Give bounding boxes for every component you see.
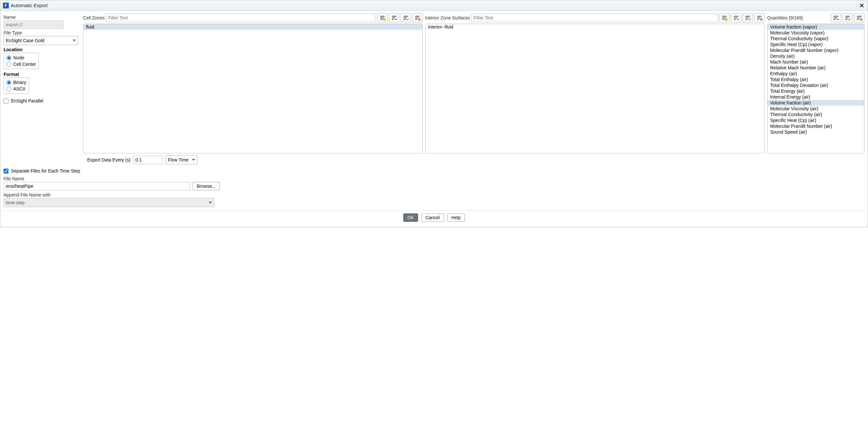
app-icon: F: [3, 3, 9, 8]
filter-lines-chevron-icon: [733, 15, 739, 21]
cancel-button[interactable]: Cancel: [421, 213, 444, 222]
quantities-deselect-all-button[interactable]: [854, 13, 864, 22]
list-item[interactable]: Mach Number (air): [768, 59, 864, 65]
append-value: time-step: [6, 200, 25, 205]
chevron-down-icon: [72, 39, 76, 41]
list-item[interactable]: Molecular Viscosity (air): [768, 106, 864, 112]
cellzones-deselect-all-button[interactable]: [412, 13, 423, 22]
interior-zones-label: Interior Zone Surfaces: [425, 15, 470, 21]
cell-zones-column: Cell Zones: [83, 13, 423, 153]
location-node-radio[interactable]: Node: [6, 55, 36, 61]
format-group: Binary ASCII: [4, 78, 29, 94]
cellzones-dropdown-button[interactable]: [389, 13, 399, 22]
name-label: Name: [4, 14, 80, 20]
browse-button[interactable]: Browse...: [192, 182, 220, 190]
help-button[interactable]: Help: [447, 213, 465, 222]
interior-deselect-all-button[interactable]: [754, 13, 765, 22]
filter-lines-x-icon: [414, 15, 421, 21]
list-item[interactable]: Molecular Prandtl Number (air): [768, 123, 864, 129]
interior-dropdown-button[interactable]: [731, 13, 741, 22]
export-every-unit-value: Flow Time: [168, 157, 189, 163]
list-item[interactable]: Enthalpy (air): [768, 71, 864, 77]
separator: [4, 210, 864, 211]
cellzones-select-all-button[interactable]: [401, 13, 411, 22]
interior-select-all-button[interactable]: [743, 13, 753, 22]
svg-point-5: [383, 19, 385, 21]
list-item[interactable]: Internal Energy (air): [768, 94, 864, 100]
format-label: Format: [4, 72, 80, 77]
filter-lines-check-icon: [403, 15, 409, 21]
list-item[interactable]: Specific Heat (Cp) (air): [768, 117, 864, 123]
list-item[interactable]: Specific Heat (Cp) (vapor): [768, 41, 864, 47]
location-cell-radio[interactable]: Cell Center: [6, 61, 36, 67]
quantities-list[interactable]: Volume fraction (vapor)Molecular Viscosi…: [767, 24, 864, 153]
export-every-label: Export Data Every (s): [87, 157, 131, 163]
list-item[interactable]: Density (air): [768, 53, 864, 59]
separate-files-checkbox[interactable]: Separate Files for Each Time Step: [4, 168, 864, 174]
list-item[interactable]: Total Enthalpy Deviation (air): [768, 82, 864, 88]
format-ascii-radio[interactable]: ASCII: [6, 86, 26, 92]
format-binary-radio[interactable]: Binary: [6, 79, 26, 86]
window-title: Automatic Export: [11, 3, 859, 8]
append-label: Append File Name with: [4, 192, 864, 198]
list-item[interactable]: interior--fluid: [426, 24, 765, 30]
filter-lines-check-icon: [745, 15, 751, 21]
location-label: Location: [4, 47, 80, 52]
list-item[interactable]: Molecular Viscosity (vapor): [768, 30, 864, 36]
quantities-dropdown-button[interactable]: [831, 13, 841, 22]
quantities-select-all-button[interactable]: [842, 13, 853, 22]
ensight-parallel-checkbox[interactable]: EnSight Parallel: [4, 98, 80, 104]
list-item[interactable]: fluid: [83, 24, 422, 30]
filter-lines-check-icon: [844, 15, 851, 21]
chevron-down-icon: [209, 202, 212, 204]
filetype-select[interactable]: EnSight Case Gold: [4, 36, 78, 45]
filetype-value: EnSight Case Gold: [6, 38, 44, 43]
filetype-label: File Type: [4, 30, 80, 35]
cellzones-filter-options-button[interactable]: [377, 13, 388, 22]
filter-lines-chevron-icon: [833, 15, 839, 21]
list-item[interactable]: Total Energy (air): [768, 88, 864, 94]
append-select: time-step: [4, 198, 214, 207]
chevron-down-icon: [192, 159, 195, 161]
export-every-input[interactable]: [133, 156, 163, 164]
quantities-label: Quantities [9/169]: [767, 15, 830, 21]
filter-lines-chevron-icon: [391, 15, 397, 21]
quantities-column: Quantities [9/169] Volume fraction (vapo…: [767, 13, 864, 153]
interior-zones-column: Interior Zone Surfaces: [425, 13, 765, 153]
titlebar: F Automatic Export: [0, 0, 868, 11]
cell-zones-label: Cell Zones: [83, 15, 105, 21]
list-item[interactable]: Total Enthalpy (air): [768, 77, 864, 82]
filter-lines-circle-icon: [721, 15, 727, 21]
filter-lines-x-icon: [756, 15, 763, 21]
filter-lines-x-icon: [856, 15, 863, 21]
close-icon: [860, 3, 864, 8]
interior-zones-filter[interactable]: [471, 13, 718, 22]
list-item[interactable]: Thermal Conductivity (air): [768, 112, 864, 117]
export-every-unit-select[interactable]: Flow Time: [166, 155, 197, 165]
list-item[interactable]: Volume fraction (vapor): [768, 24, 864, 30]
filename-input[interactable]: [4, 182, 190, 190]
interior-zones-list[interactable]: interior--fluid: [425, 24, 765, 153]
interior-filter-options-button[interactable]: [719, 13, 730, 22]
cell-zones-filter[interactable]: [106, 13, 376, 22]
cell-zones-list[interactable]: fluid: [83, 24, 423, 153]
list-item[interactable]: Thermal Conductivity (vapor): [768, 36, 864, 41]
list-item[interactable]: Sound Speed (air): [768, 129, 864, 135]
filter-lines-circle-icon: [379, 15, 386, 21]
ok-button[interactable]: OK: [403, 213, 418, 222]
list-item[interactable]: Molecular Prandtl Number (vapor): [768, 47, 864, 53]
name-input: [4, 21, 64, 29]
list-item[interactable]: Relative Mach Number (air): [768, 65, 864, 71]
location-group: Node Cell Center: [4, 53, 39, 69]
filename-label: File Name: [4, 176, 864, 181]
close-button[interactable]: [859, 2, 865, 9]
svg-point-20: [725, 19, 727, 21]
list-item[interactable]: Volume fraction (air): [768, 100, 864, 106]
